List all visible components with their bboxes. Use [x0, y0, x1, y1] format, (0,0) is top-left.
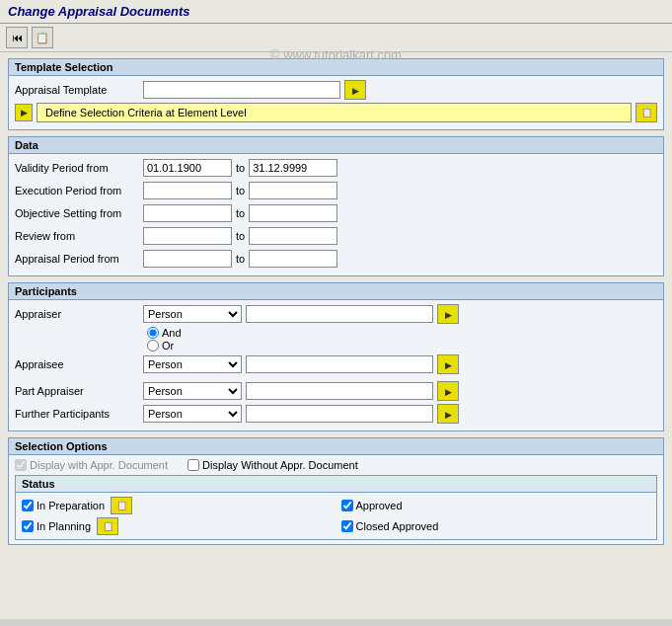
- closed-approved-item: Closed Approved: [341, 517, 651, 535]
- part-appraiser-nav-icon: [445, 386, 452, 397]
- execution-period-row: Execution Period from to: [15, 181, 657, 200]
- define-criteria-button[interactable]: Define Selection Criteria at Element Lev…: [37, 103, 632, 122]
- define-criteria-row: ▶ Define Selection Criteria at Element L…: [15, 103, 657, 122]
- copy-icon: 📋: [36, 32, 49, 44]
- appraisee-value-input[interactable]: [246, 355, 433, 373]
- title-bar: Change Appraisal Documents: [0, 0, 672, 24]
- execution-to-input[interactable]: [249, 182, 337, 199]
- appraisee-row: Appraisee Person: [15, 354, 657, 374]
- in-preparation-label: In Preparation: [37, 500, 105, 511]
- display-with-doc-item: Display with Appr. Document: [15, 459, 168, 471]
- in-planning-checkbox[interactable]: [22, 520, 34, 532]
- status-box: Status In Preparation 📋 Approved: [15, 475, 657, 540]
- part-appraiser-value-input[interactable]: [246, 382, 433, 400]
- validity-from-input[interactable]: [143, 159, 232, 177]
- in-planning-icon-btn[interactable]: 📋: [97, 517, 118, 535]
- appraisal-template-nav-btn[interactable]: [344, 80, 366, 100]
- review-from-input[interactable]: [143, 227, 232, 245]
- objective-from-input[interactable]: [143, 204, 232, 222]
- and-label: And: [162, 327, 182, 339]
- participants-section: Participants Appraiser Person And: [8, 282, 664, 431]
- validity-period-row: Validity Period from to: [15, 158, 657, 178]
- display-without-doc-checkbox[interactable]: [187, 459, 199, 471]
- further-participants-row: Further Participants Person: [15, 404, 657, 424]
- or-radio[interactable]: [147, 340, 159, 352]
- further-participants-nav-btn[interactable]: [437, 404, 459, 424]
- in-preparation-icon: 📋: [116, 501, 127, 510]
- status-box-header: Status: [16, 476, 656, 493]
- participants-header: Participants: [9, 283, 663, 300]
- appraisal-to-input[interactable]: [249, 250, 337, 268]
- part-appraiser-nav-btn[interactable]: [437, 381, 459, 401]
- appraisal-template-input[interactable]: [143, 81, 340, 99]
- execution-from-input[interactable]: [143, 182, 232, 199]
- in-preparation-checkbox[interactable]: [22, 500, 34, 511]
- in-planning-item: In Planning 📋: [22, 517, 332, 535]
- validity-to-input[interactable]: [249, 159, 337, 177]
- validity-to-label: to: [236, 162, 245, 174]
- closed-approved-label: Closed Approved: [356, 520, 439, 532]
- in-preparation-item: In Preparation 📋: [22, 497, 332, 514]
- display-without-doc-label: Display Without Appr. Document: [202, 459, 358, 471]
- appraisal-period-row: Appraisal Period from to: [15, 249, 657, 269]
- status-body: In Preparation 📋 Approved In Planning: [16, 493, 656, 539]
- display-with-doc-checkbox[interactable]: [15, 459, 27, 471]
- define-criteria-nav-icon: 📋: [641, 108, 652, 117]
- closed-approved-checkbox[interactable]: [341, 520, 353, 532]
- objective-setting-row: Objective Setting from to: [15, 203, 657, 223]
- review-to-input[interactable]: [249, 227, 337, 245]
- part-appraiser-type-dropdown[interactable]: Person: [143, 382, 242, 400]
- part-appraiser-row: Part Appraiser Person: [15, 381, 657, 401]
- part-appraiser-label: Part Appraiser: [15, 385, 143, 397]
- objective-to-input[interactable]: [249, 204, 337, 222]
- appraiser-nav-btn[interactable]: [437, 304, 459, 324]
- and-radio-item: And: [147, 327, 657, 339]
- appraisee-nav-icon: [445, 359, 452, 370]
- further-participants-value-input[interactable]: [246, 405, 433, 423]
- define-criteria-nav-btn[interactable]: 📋: [635, 103, 657, 122]
- data-section: Data Validity Period from to Execution P…: [8, 136, 664, 276]
- back-icon: ⏮: [12, 32, 23, 43]
- selection-options-section: Selection Options Display with Appr. Doc…: [8, 437, 664, 545]
- toolbar: ⏮ 📋 © www.tutorialkart.com: [0, 24, 672, 52]
- back-button[interactable]: ⏮: [6, 27, 28, 48]
- or-radio-item: Or: [147, 340, 657, 352]
- review-label: Review from: [15, 230, 143, 242]
- objective-to-label: to: [236, 207, 245, 219]
- appraisee-label: Appraisee: [15, 358, 143, 370]
- define-criteria-arrow-icon: ▶: [15, 104, 33, 121]
- main-content: Template Selection Appraisal Template ▶ …: [0, 52, 672, 619]
- selection-options-header: Selection Options: [9, 438, 663, 455]
- template-selection-header: Template Selection: [9, 59, 663, 76]
- appraisal-template-row: Appraisal Template: [15, 80, 657, 100]
- appraiser-value-input[interactable]: [246, 305, 433, 323]
- approved-checkbox[interactable]: [341, 500, 353, 511]
- in-planning-icon: 📋: [103, 521, 113, 531]
- review-row: Review from to: [15, 226, 657, 246]
- execution-period-label: Execution Period from: [15, 185, 143, 196]
- and-radio[interactable]: [147, 327, 159, 339]
- approved-item: Approved: [341, 497, 651, 514]
- appraiser-type-dropdown[interactable]: Person: [143, 305, 242, 323]
- data-section-body: Validity Period from to Execution Period…: [9, 154, 663, 275]
- objective-setting-label: Objective Setting from: [15, 207, 143, 219]
- appraisee-type-dropdown[interactable]: Person: [143, 355, 242, 373]
- in-planning-label: In Planning: [37, 520, 91, 532]
- display-with-doc-label: Display with Appr. Document: [30, 459, 168, 471]
- define-criteria-label: Define Selection Criteria at Element Lev…: [45, 107, 247, 118]
- template-selection-body: Appraisal Template ▶ Define Selection Cr…: [9, 76, 663, 129]
- selection-options-body: Display with Appr. Document Display With…: [9, 455, 663, 544]
- copy-button[interactable]: 📋: [32, 27, 53, 48]
- appraisal-from-input[interactable]: [143, 250, 232, 268]
- appraisal-period-label: Appraisal Period from: [15, 253, 143, 265]
- appraisee-nav-btn[interactable]: [437, 354, 459, 374]
- further-participants-type-dropdown[interactable]: Person: [143, 405, 242, 423]
- further-participants-nav-icon: [445, 409, 452, 420]
- data-section-header: Data: [9, 137, 663, 154]
- approved-label: Approved: [356, 500, 403, 511]
- in-preparation-icon-btn[interactable]: 📋: [111, 497, 132, 514]
- arrow-right-icon: [352, 85, 359, 96]
- participants-body: Appraiser Person And Or: [9, 300, 663, 430]
- or-label: Or: [162, 340, 174, 352]
- template-selection-section: Template Selection Appraisal Template ▶ …: [8, 58, 664, 130]
